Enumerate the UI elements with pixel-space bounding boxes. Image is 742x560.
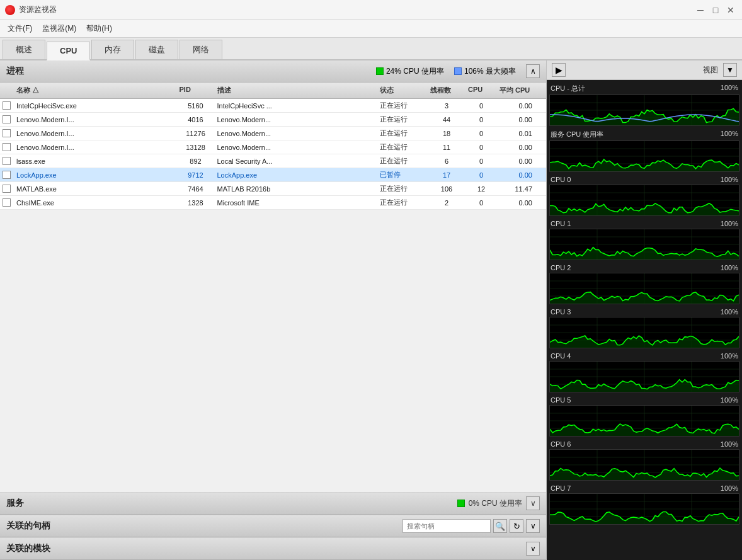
menu-file[interactable]: 文件(F): [3, 21, 37, 37]
row-checkbox[interactable]: [0, 182, 14, 195]
services-collapse-btn[interactable]: ∨: [526, 496, 540, 510]
menu-monitor[interactable]: 监视器(M): [37, 21, 81, 37]
row-checkbox[interactable]: [0, 168, 14, 181]
col-desc[interactable]: 描述: [215, 84, 378, 97]
graph-label-row: CPU 4 100%: [549, 351, 739, 361]
row-cpu: 0: [465, 140, 497, 154]
table-row[interactable]: Lenovo.Modern.I... 13128 Lenovo.Modern..…: [0, 140, 546, 154]
graph-canvas-cpu7[interactable]: [549, 493, 739, 525]
graph-pct: 100%: [721, 440, 738, 448]
right-nav-button[interactable]: ▶: [552, 63, 566, 77]
row-desc: Lenovo.Modern...: [215, 140, 378, 154]
handles-search-button[interactable]: 🔍: [493, 519, 507, 533]
row-desc: MATLAB R2016b: [215, 182, 378, 195]
tab-disk[interactable]: 磁盘: [135, 40, 178, 59]
row-checkbox[interactable]: [0, 154, 14, 168]
row-pid: 13128: [177, 140, 215, 154]
services-section-header[interactable]: 服务 0% CPU 使用率 ∨: [0, 492, 546, 515]
window-controls: ─ □ ✕: [694, 4, 737, 16]
graph-pct: 100%: [721, 264, 738, 271]
graph-section-total: CPU - 总计 100%: [549, 83, 739, 126]
graph-section-cpu5: CPU 5 100%: [549, 395, 739, 437]
handles-section-header: 关联的句柄 🔍 ↻ ∨: [0, 515, 546, 537]
col-pid[interactable]: PID: [177, 84, 215, 97]
tab-cpu[interactable]: CPU: [47, 42, 90, 60]
graph-canvas-total[interactable]: [549, 94, 739, 126]
view-label: 视图: [698, 65, 723, 76]
graph-label-row: 服务 CPU 使用率 100%: [549, 129, 739, 140]
table-row[interactable]: IntelCpHeciSvc.exe 5160 IntelCpHeciSvc .…: [0, 99, 546, 113]
table-headers: 名称 △ PID 描述 状态 线程数 CPU 平均 CPU: [0, 83, 546, 99]
row-scroll: [535, 154, 546, 168]
col-name[interactable]: 名称 △: [14, 84, 177, 97]
row-checkbox[interactable]: [0, 99, 14, 112]
graph-canvas-cpu5[interactable]: [549, 405, 739, 437]
graph-label-row: CPU - 总计 100%: [549, 83, 739, 94]
row-checkbox[interactable]: [0, 127, 14, 140]
services-status: 0% CPU 使用率 ∨: [457, 496, 540, 510]
graph-canvas-cpu4[interactable]: [549, 361, 739, 392]
graph-section-service: 服务 CPU 使用率 100%: [549, 129, 739, 172]
minimize-button[interactable]: ─: [694, 4, 707, 16]
graph-canvas-cpu2[interactable]: [549, 273, 739, 304]
row-checkbox[interactable]: [0, 113, 14, 126]
graph-canvas-cpu1[interactable]: [549, 229, 739, 260]
table-row[interactable]: Lenovo.Modern.I... 4016 Lenovo.Modern...…: [0, 113, 546, 127]
handles-search-input[interactable]: [402, 519, 491, 533]
view-dropdown-button[interactable]: ▼: [723, 63, 737, 77]
table-row[interactable]: Lenovo.Modern.I... 11276 Lenovo.Modern..…: [0, 127, 546, 140]
tab-overview[interactable]: 概述: [3, 40, 45, 59]
row-threads: 17: [428, 168, 465, 181]
graph-canvas-cpu6[interactable]: [549, 449, 739, 481]
row-threads: 2: [428, 196, 465, 209]
col-threads[interactable]: 线程数: [428, 84, 465, 97]
table-row[interactable]: ChsIME.exe 1328 Microsoft IME 正在运行 2 0 0…: [0, 196, 546, 210]
row-name: Lenovo.Modern.I...: [14, 127, 177, 140]
tab-memory[interactable]: 内存: [91, 40, 134, 59]
graph-section-cpu4: CPU 4 100%: [549, 351, 739, 392]
right-panel-header: ▶ 视图 ▼: [547, 60, 742, 80]
row-pid: 4016: [177, 113, 215, 126]
col-avgcpu[interactable]: 平均 CPU: [497, 84, 535, 97]
handles-refresh-button[interactable]: ↻: [510, 519, 523, 533]
max-freq-text: 106% 最大频率: [464, 66, 516, 77]
col-cpu[interactable]: CPU: [465, 84, 497, 97]
table-row[interactable]: MATLAB.exe 7464 MATLAB R2016b 正在运行 106 1…: [0, 182, 546, 196]
row-pid: 11276: [177, 127, 215, 140]
graph-label: CPU 0: [551, 176, 571, 183]
row-desc: Microsoft IME: [215, 196, 378, 209]
modules-section-header[interactable]: 关联的模块 ∨: [0, 537, 546, 560]
graph-canvas-cpu3[interactable]: [549, 317, 739, 348]
main-content: 进程 24% CPU 使用率 106% 最大频率 ∧: [0, 60, 742, 560]
row-threads: 11: [428, 140, 465, 154]
table-row[interactable]: LockApp.exe 9712 LockApp.exe 已暂停 17 0 0.…: [0, 168, 546, 182]
close-button[interactable]: ✕: [724, 4, 737, 16]
tab-network[interactable]: 网络: [180, 40, 222, 59]
row-status: 正在运行: [377, 113, 428, 126]
col-status[interactable]: 状态: [377, 84, 428, 97]
graph-canvas-cpu0[interactable]: [549, 185, 739, 216]
graph-pct: 100%: [721, 84, 738, 93]
maximize-button[interactable]: □: [709, 4, 722, 16]
handles-collapse-btn[interactable]: ∨: [526, 519, 540, 533]
process-collapse-btn[interactable]: ∧: [526, 64, 540, 78]
row-scroll: [535, 113, 546, 126]
graph-label-row: CPU 6 100%: [549, 439, 739, 449]
modules-collapse-btn[interactable]: ∨: [526, 542, 540, 556]
graph-label: CPU 2: [551, 264, 571, 271]
graph-canvas-service[interactable]: [549, 140, 739, 172]
row-status: 正在运行: [377, 127, 428, 140]
row-name: Lenovo.Modern.I...: [14, 140, 177, 154]
row-checkbox[interactable]: [0, 140, 14, 154]
row-name: MATLAB.exe: [14, 182, 177, 195]
row-cpu: 0: [465, 127, 497, 140]
process-header: 进程 24% CPU 使用率 106% 最大频率 ∧: [0, 60, 546, 83]
table-row[interactable]: lsass.exe 892 Local Security A... 正在运行 6…: [0, 154, 546, 168]
row-scroll: [535, 182, 546, 195]
menu-bar: 文件(F) 监视器(M) 帮助(H): [0, 20, 742, 38]
row-checkbox[interactable]: [0, 196, 14, 209]
menu-help[interactable]: 帮助(H): [81, 21, 117, 37]
process-table-container: 名称 △ PID 描述 状态 线程数 CPU 平均 CPU IntelCpHec…: [0, 83, 546, 492]
row-name: IntelCpHeciSvc.exe: [14, 99, 177, 112]
row-desc: IntelCpHeciSvc ...: [215, 99, 378, 112]
